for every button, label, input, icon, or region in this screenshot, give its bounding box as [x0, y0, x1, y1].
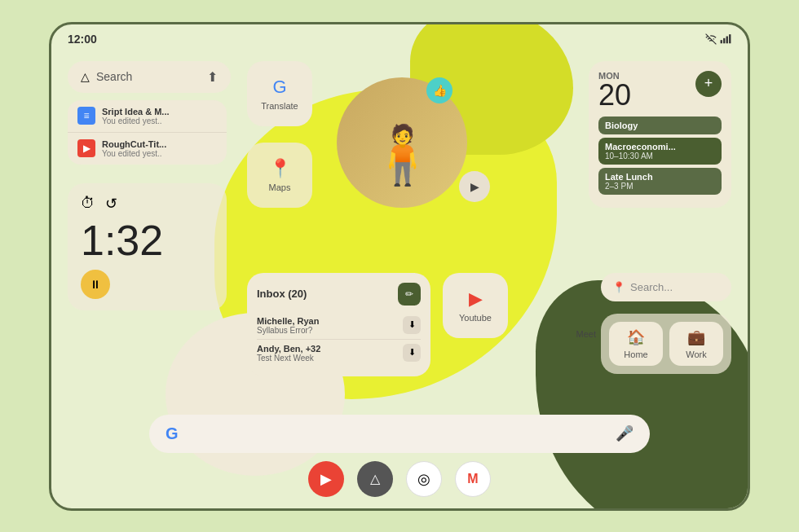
- pause-button[interactable]: ⏸: [81, 270, 110, 299]
- email-subject-2: Test Next Week: [257, 354, 398, 363]
- clock-time: 1:32: [81, 219, 214, 262]
- microphone-icon[interactable]: 🎤: [616, 424, 633, 442]
- dock-chrome-icon: ◎: [417, 470, 430, 488]
- email-text-2: Andy, Ben, +32 Test Next Week: [257, 344, 398, 363]
- youtube-icon: ▶: [469, 288, 483, 310]
- home-icon: 🏠: [627, 328, 645, 346]
- meet-widget-container: 📹 Meet: [576, 326, 596, 339]
- status-time: 12:00: [68, 33, 97, 46]
- dock-gmail-button[interactable]: M: [455, 461, 491, 497]
- maps-search-placeholder: Search...: [630, 281, 673, 293]
- work-icon: 💼: [687, 328, 705, 346]
- person-image: 🧍: [367, 121, 438, 188]
- home-label: Home: [624, 350, 647, 359]
- maps-widget[interactable]: 📍 Maps: [247, 143, 312, 208]
- svg-rect-3: [729, 34, 731, 43]
- translate-label: Translate: [261, 101, 298, 111]
- doc-item-1[interactable]: ≡ Sript Idea & M... You edited yest..: [68, 100, 227, 133]
- stopwatch-icon: ⏱: [81, 195, 95, 213]
- status-icons: [705, 33, 731, 45]
- event-time-lunch: 2–3 PM: [605, 182, 715, 191]
- calendar-date: 20: [598, 81, 631, 110]
- event-macro[interactable]: Macroeconomi... 10–10:30 AM: [598, 138, 722, 165]
- maps-label: Maps: [269, 182, 291, 192]
- archive-button-1[interactable]: ⬇: [403, 316, 421, 334]
- archive-button-2[interactable]: ⬇: [403, 344, 421, 362]
- pause-icon: ⏸: [90, 278, 101, 291]
- upload-icon: ⬆: [207, 69, 218, 85]
- slides-icon: ▶: [77, 139, 95, 157]
- calendar-header: MON 20 +: [598, 71, 722, 110]
- maps-search-widget[interactable]: 📍 Search...: [601, 273, 731, 301]
- translate-widget[interactable]: G Translate: [247, 61, 312, 126]
- wifi-icon: [705, 33, 717, 45]
- gmail-title: Inbox (20): [257, 288, 307, 300]
- calendar-widget: MON 20 + Biology Macroeconomi... 10–10:3…: [589, 61, 731, 208]
- email-sender-1: Michelle, Ryan: [257, 316, 398, 326]
- doc-text-1: Sript Idea & M... You edited yest..: [102, 107, 170, 125]
- dock-chrome-button[interactable]: ◎: [406, 461, 442, 497]
- email-item-1[interactable]: Michelle, Ryan Syllabus Error? ⬇: [257, 312, 421, 340]
- youtube-widget[interactable]: ▶ Youtube: [443, 273, 508, 338]
- dock-photos-icon: △: [370, 471, 380, 486]
- clock-widget: ⏱ ↺ 1:32 ⏸: [68, 183, 227, 310]
- docs-icon: ≡: [77, 107, 95, 125]
- map-pin-small-icon: 📍: [612, 281, 625, 293]
- reset-icon: ↺: [105, 195, 117, 213]
- email-subject-1: Syllabus Error?: [257, 326, 398, 335]
- dock-gmail-icon: M: [467, 472, 478, 486]
- search-label: Search: [96, 70, 132, 83]
- docs-widget: ≡ Sript Idea & M... You edited yest.. ▶ …: [68, 100, 227, 165]
- work-label: Work: [686, 350, 706, 359]
- event-biology[interactable]: Biology: [598, 117, 722, 134]
- work-item[interactable]: 💼 Work: [669, 322, 723, 366]
- dock-photos-button[interactable]: △: [357, 461, 393, 497]
- dock: ▶ △ ◎ M: [308, 461, 491, 497]
- doc-item-2[interactable]: ▶ RoughCut-Tit... You edited yest..: [68, 133, 227, 165]
- google-g-logo: G: [166, 424, 179, 443]
- calendar-date-block: MON 20: [598, 71, 631, 110]
- doc-text-2: RoughCut-Tit... You edited yest..: [102, 139, 166, 158]
- tablet-frame: 12:00 △ Search ⬆ ≡ Sript Idea & M... You…: [49, 22, 750, 511]
- event-lunch[interactable]: Late Lunch 2–3 PM: [598, 168, 722, 195]
- google-search-bar[interactable]: G 🎤: [149, 415, 650, 453]
- email-sender-2: Andy, Ben, +32: [257, 344, 398, 354]
- gmail-widget: Inbox (20) ✏ Michelle, Ryan Syllabus Err…: [247, 273, 430, 376]
- event-title-macro: Macroeconomi...: [605, 142, 715, 152]
- widgets-layer: △ Search ⬆ ≡ Sript Idea & M... You edite…: [51, 53, 748, 508]
- dock-youtube-icon: ▶: [320, 470, 332, 488]
- event-time-macro: 10–10:30 AM: [605, 152, 715, 160]
- search-widget[interactable]: △ Search ⬆: [68, 61, 231, 93]
- timer-icons: ⏱ ↺: [81, 195, 214, 213]
- svg-rect-2: [726, 36, 728, 43]
- translate-icon: G: [272, 77, 286, 98]
- signal-icon: [720, 33, 731, 45]
- play-button[interactable]: ▶: [459, 171, 490, 202]
- home-work-widget: 🏠 Home 💼 Work: [601, 314, 731, 374]
- search-icon: △: [81, 70, 90, 83]
- event-title-lunch: Late Lunch: [605, 172, 715, 182]
- email-item-2[interactable]: Andy, Ben, +32 Test Next Week ⬇: [257, 340, 421, 367]
- gmail-header: Inbox (20) ✏: [257, 283, 421, 306]
- gmail-edit-button[interactable]: ✏: [398, 283, 421, 306]
- home-item[interactable]: 🏠 Home: [609, 322, 663, 366]
- meet-label: Meet: [576, 329, 596, 339]
- thumbs-up-icon: 👍: [433, 84, 447, 97]
- dock-youtube-button[interactable]: ▶: [308, 461, 344, 497]
- maps-pin-icon: 📍: [269, 158, 291, 179]
- thumbs-up-badge: 👍: [426, 77, 452, 103]
- calendar-add-button[interactable]: +: [695, 71, 722, 97]
- svg-rect-1: [723, 37, 725, 42]
- youtube-label: Youtube: [459, 313, 492, 323]
- svg-rect-0: [721, 40, 722, 43]
- event-title-biology: Biology: [605, 121, 715, 130]
- email-text-1: Michelle, Ryan Syllabus Error?: [257, 316, 398, 335]
- status-bar: 12:00: [68, 33, 731, 46]
